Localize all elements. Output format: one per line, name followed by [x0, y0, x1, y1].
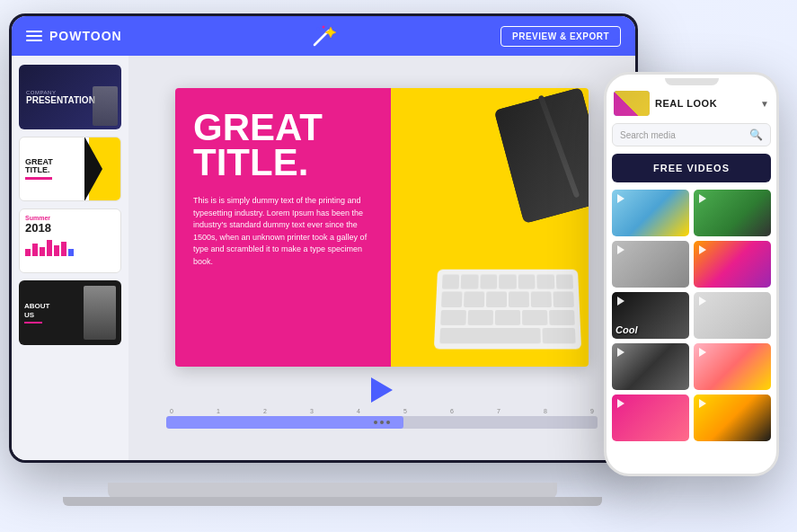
timeline-num-0: 0	[170, 408, 173, 414]
slide1-figure	[93, 86, 118, 126]
real-look-label: REAL LOOK	[655, 98, 755, 109]
slide-thumbnail-3[interactable]: Summer 2018	[19, 208, 121, 273]
slide-right-panel	[391, 88, 589, 367]
svg-point-1	[323, 26, 325, 29]
free-videos-button[interactable]: FREE VIDEOS	[612, 154, 771, 182]
timeline-num-5: 5	[403, 408, 407, 414]
play-icon-record	[697, 398, 708, 409]
slide-thumbnail-4[interactable]: AboutUs	[19, 280, 121, 345]
play-icon-lizard	[697, 193, 708, 204]
svg-point-0	[316, 27, 320, 31]
timeline-num-3: 3	[310, 408, 314, 414]
video-thumb-surfer[interactable]	[612, 190, 689, 236]
search-bar[interactable]: Search media 🔍	[612, 123, 771, 146]
topbar-center	[225, 23, 423, 49]
laptop-screen-inner: POWTOON PREVIEW & EXPORT	[12, 16, 635, 460]
play-icon-zebra	[615, 347, 626, 358]
topbar: POWTOON PREVIEW & EXPORT	[12, 16, 635, 56]
search-placeholder: Search media	[620, 130, 749, 140]
timeline-num-1: 1	[217, 408, 220, 414]
slide3-season: Summer	[25, 215, 115, 221]
slide3-chart	[25, 238, 115, 256]
timeline-num-7: 7	[497, 408, 500, 414]
preview-export-button[interactable]: PREVIEW & EXPORT	[500, 26, 621, 47]
play-icon-cupcakes	[697, 347, 708, 358]
slide4-about: AboutUs	[24, 302, 49, 319]
play-icon-surfer	[615, 193, 626, 204]
laptop-foot	[63, 497, 602, 506]
slide-left-panel: GREAT TITLE. This is is simply dummy tex…	[175, 88, 391, 367]
video-thumb-zebra[interactable]	[612, 343, 689, 390]
slide4-person	[84, 286, 116, 340]
timeline-num-6: 6	[450, 408, 454, 414]
scene: POWTOON PREVIEW & EXPORT	[0, 0, 797, 532]
slide3-year: 2018	[25, 221, 115, 235]
play-icon-balls	[697, 244, 708, 255]
real-look-bar: REAL LOOK ▼	[612, 91, 771, 116]
keyboard-visual	[436, 268, 580, 349]
play-icon-legs	[615, 398, 626, 409]
laptop: POWTOON PREVIEW & EXPORT	[9, 13, 656, 508]
cool-text: Cool	[615, 324, 637, 335]
slide2-pink-bar	[25, 177, 52, 180]
video-thumb-balls[interactable]	[694, 241, 771, 288]
slide-thumbnail-1[interactable]: COMPANY PRESENTATION	[19, 65, 121, 129]
slide1-title: PRESENTATION	[26, 95, 95, 105]
hamburger-menu[interactable]	[26, 31, 42, 41]
video-thumb-cool[interactable]: Cool	[612, 292, 689, 339]
main-content: COMPANY PRESENTATION GREATTITLE.	[12, 56, 635, 460]
slide-canvas: GREAT TITLE. This is is simply dummy tex…	[175, 88, 589, 367]
phone: REAL LOOK ▼ Search media 🔍 FREE VIDEOS	[604, 72, 779, 476]
phone-content: REAL LOOK ▼ Search media 🔍 FREE VIDEOS	[607, 85, 776, 474]
real-look-thumbnail	[614, 91, 650, 116]
video-thumb-lizard[interactable]	[694, 190, 771, 236]
video-thumb-record[interactable]	[694, 395, 771, 441]
play-icon-keyboard	[697, 296, 708, 306]
slide-main-title: GREAT TITLE.	[193, 110, 373, 182]
topbar-right: PREVIEW & EXPORT	[422, 26, 621, 47]
slide2-black-triangle	[84, 137, 102, 201]
slides-panel: COMPANY PRESENTATION GREATTITLE.	[12, 56, 128, 460]
timeline-progress	[166, 416, 403, 429]
search-icon: 🔍	[749, 129, 763, 141]
laptop-screen-outer: POWTOON PREVIEW & EXPORT	[9, 13, 638, 463]
timeline-bar[interactable]	[166, 416, 598, 429]
video-thumb-people[interactable]	[612, 241, 689, 288]
play-icon-people	[615, 244, 626, 255]
timeline-dots	[374, 421, 390, 424]
canvas-area: ‹ GREAT TITLE. This is is simply dummy t…	[128, 56, 635, 460]
timeline-num-9: 9	[590, 408, 594, 414]
topbar-logo: POWTOON	[26, 29, 225, 43]
real-look-thumb-inner	[614, 91, 650, 116]
magic-wand-icon	[311, 23, 336, 49]
timeline-num-2: 2	[263, 408, 267, 414]
slide2-title: GREATTITLE.	[25, 158, 53, 174]
video-thumb-cupcakes[interactable]	[694, 343, 771, 390]
video-grid: Cool	[612, 190, 771, 441]
phone-notch	[665, 78, 719, 85]
slide-body-text: This is is simply dummy text of the prin…	[193, 195, 373, 268]
timeline: 0 1 2 3 4 5 6 7 8 9	[166, 408, 598, 429]
video-thumb-keyboard[interactable]	[694, 292, 771, 339]
app-logo: POWTOON	[49, 29, 122, 43]
slide-thumbnail-2[interactable]: GREATTITLE.	[19, 137, 121, 201]
video-thumb-legs[interactable]	[612, 395, 689, 441]
timeline-ruler: 0 1 2 3 4 5 6 7 8 9	[166, 408, 598, 414]
timeline-num-4: 4	[357, 408, 360, 414]
dropdown-arrow-icon[interactable]: ▼	[760, 99, 769, 109]
play-button[interactable]	[371, 377, 393, 403]
timeline-num-8: 8	[544, 408, 547, 414]
play-container	[371, 377, 393, 403]
play-icon-cool	[615, 296, 626, 306]
